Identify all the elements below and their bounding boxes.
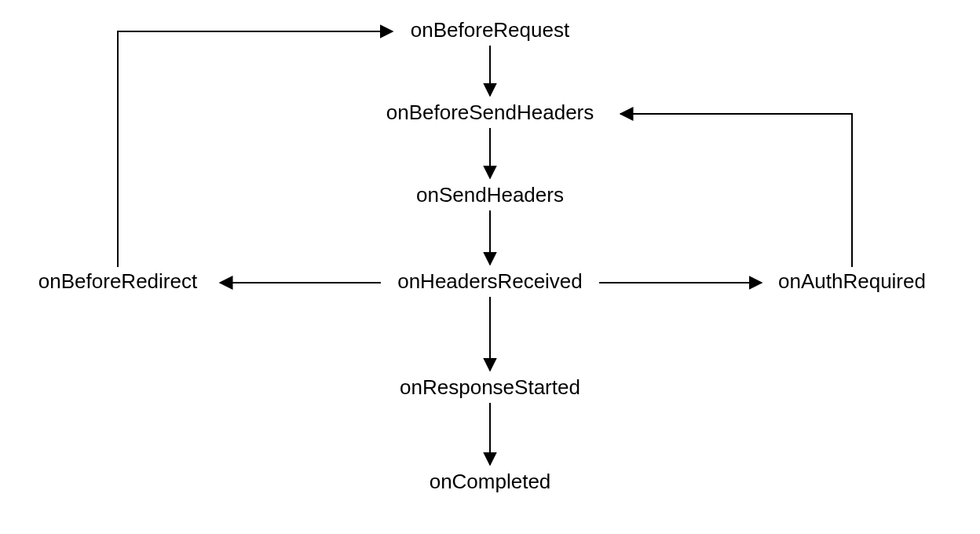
- edge-before-redirect-to-before-request: [118, 31, 393, 267]
- node-on-response-started: onResponseStarted: [400, 375, 580, 399]
- node-on-before-redirect: onBeforeRedirect: [38, 269, 198, 293]
- node-on-completed: onCompleted: [430, 470, 551, 493]
- node-on-auth-required: onAuthRequired: [778, 269, 926, 293]
- node-on-before-request: onBeforeRequest: [411, 18, 570, 42]
- node-on-send-headers: onSendHeaders: [416, 183, 564, 207]
- node-on-headers-received: onHeadersReceived: [397, 269, 583, 293]
- node-on-before-send-headers: onBeforeSendHeaders: [386, 101, 594, 124]
- edge-auth-required-to-before-send-headers: [620, 114, 852, 267]
- webrequest-lifecycle-diagram: onBeforeRequest onBeforeSendHeaders onSe…: [0, 0, 980, 534]
